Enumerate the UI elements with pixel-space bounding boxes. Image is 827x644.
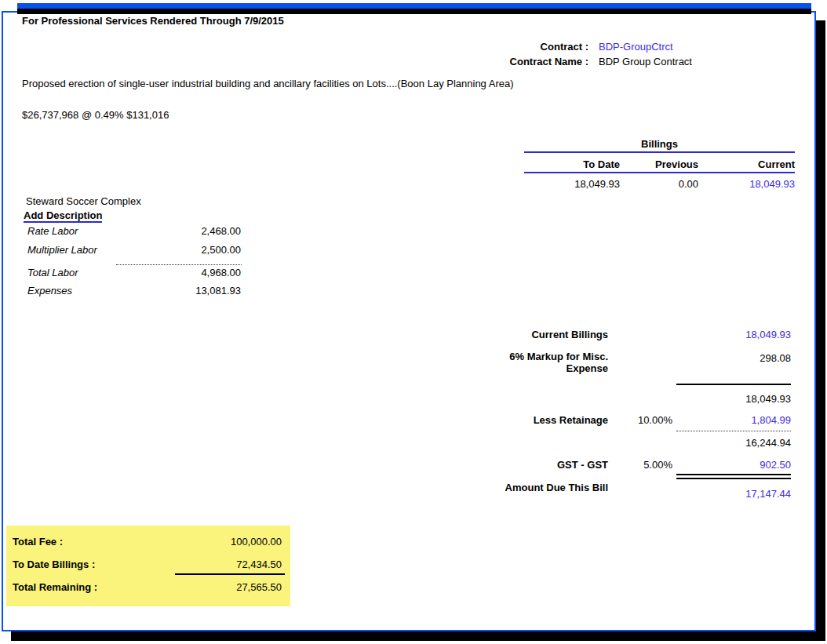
labor-row-value: 2,468.00 xyxy=(118,225,241,237)
amount-due-value-link[interactable]: 17,147.44 xyxy=(681,488,791,500)
contract-name-label: Contract Name : xyxy=(432,56,588,67)
after-retainage-value: 16,244.94 xyxy=(681,437,791,449)
labor-row-label: Total Labor xyxy=(27,267,78,278)
to-date-billings-label: To Date Billings : xyxy=(13,558,95,570)
gst-pct: 5.00% xyxy=(618,459,672,471)
labor-row-label: Rate Labor xyxy=(27,225,78,237)
project-description: Proposed erection of single-user industr… xyxy=(22,78,514,89)
labor-row-value: 4,968.00 xyxy=(118,267,241,278)
total-fee-value: 100,000.00 xyxy=(148,536,282,548)
labor-row-value: 2,500.00 xyxy=(118,244,241,256)
add-description-link[interactable]: Add Description xyxy=(24,209,102,223)
labor-row-label: Expenses xyxy=(27,285,72,297)
contract-name-value: BDP Group Contract xyxy=(599,56,692,67)
less-retainage-value-link[interactable]: 1,804.99 xyxy=(681,414,791,426)
billings-table-title: Billings xyxy=(524,138,795,150)
fee-basis: $26,737,968 @ 0.49% $131,016 xyxy=(22,109,169,121)
current-billings-value-link[interactable]: 18,049.93 xyxy=(681,329,791,340)
subtotal-value: 18,049.93 xyxy=(681,393,791,405)
to-date-billings-value: 72,434.50 xyxy=(148,558,282,570)
billings-title-rule xyxy=(524,151,795,153)
col-header-previous: Previous xyxy=(628,158,698,170)
markup-value: 298.08 xyxy=(681,352,791,364)
less-retainage-label: Less Retainage xyxy=(451,414,608,426)
amount-due-rule xyxy=(676,474,791,479)
total-remaining-label: Total Remaining : xyxy=(13,581,97,593)
subtotal-rule xyxy=(676,384,791,385)
phase-name: Steward Soccer Complex xyxy=(26,195,141,207)
labor-subtotal-rule xyxy=(116,264,242,265)
previous-amount: 0.00 xyxy=(628,178,698,190)
contract-value-link[interactable]: BDP-GroupCtrct xyxy=(599,41,673,53)
amount-due-label: Amount Due This Bill xyxy=(451,482,608,493)
total-fee-label: Total Fee : xyxy=(13,536,63,548)
markup-label-line2: Expense xyxy=(451,362,608,374)
page-title: For Professional Services Rendered Throu… xyxy=(22,15,284,27)
previous-page-shadow xyxy=(17,9,811,14)
less-retainage-pct: 10.00% xyxy=(618,414,672,426)
gst-value-link[interactable]: 902.50 xyxy=(681,459,791,471)
totals-rule xyxy=(175,573,285,575)
to-date-amount: 18,049.93 xyxy=(541,178,620,190)
current-billings-label: Current Billings xyxy=(451,329,608,340)
previous-page-bottom-border xyxy=(17,3,811,9)
col-header-to-date: To Date xyxy=(541,158,620,170)
labor-row-label: Multiplier Labor xyxy=(27,244,97,256)
total-remaining-value: 27,565.50 xyxy=(148,581,282,593)
current-amount-link[interactable]: 18,049.93 xyxy=(716,178,795,190)
col-header-current: Current xyxy=(716,158,795,170)
labor-row-value: 13,081.93 xyxy=(118,285,241,297)
report-preview-viewport: For Professional Services Rendered Throu… xyxy=(0,0,827,644)
retainage-rule xyxy=(676,431,791,431)
contract-label: Contract : xyxy=(432,41,588,53)
markup-label: 6% Markup for Misc. Expense xyxy=(451,351,608,374)
gst-label: GST - GST xyxy=(451,459,608,471)
markup-label-line1: 6% Markup for Misc. xyxy=(451,351,608,362)
billings-header-rule xyxy=(524,172,795,173)
